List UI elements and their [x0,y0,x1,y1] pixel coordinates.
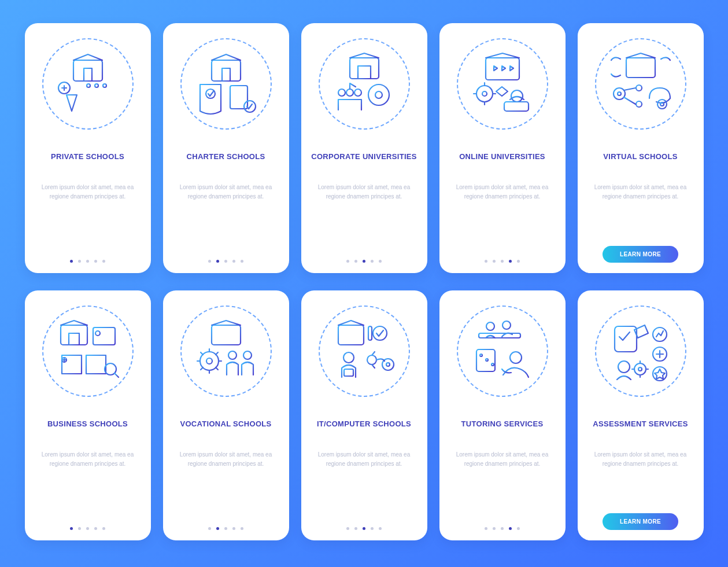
page-dot[interactable] [363,260,365,263]
card-row-1: PRIVATE SCHOOLSLorem ipsum dolor sit ame… [21,23,707,273]
onboarding-card: VOCATIONAL SCHOOLSLorem ipsum dolor sit … [163,290,289,540]
page-dot[interactable] [241,527,243,530]
svg-point-76 [510,352,522,363]
page-dot[interactable] [216,260,219,263]
page-indicator[interactable] [346,520,382,530]
svg-rect-0 [73,60,102,81]
page-dot[interactable] [354,260,357,263]
svg-point-6 [87,84,90,87]
page-dot[interactable] [94,260,97,263]
card-title: CORPORATE UNIVERSITIES [311,147,417,167]
page-indicator[interactable] [70,253,105,263]
onboarding-card: ASSESSMENT SERVICESLorem ipsum dolor sit… [578,290,704,540]
onboarding-card: BUSINESS SCHOOLSLorem ipsum dolor sit am… [25,290,151,540]
svg-rect-57 [368,326,372,340]
page-dot[interactable] [485,527,487,530]
business-icon [42,305,134,397]
page-dot[interactable] [379,260,382,263]
page-dot[interactable] [102,260,105,263]
svg-point-56 [373,326,387,340]
page-dot[interactable] [70,527,73,530]
svg-point-67 [486,322,494,330]
card-description: Lorem ipsum dolor sit amet, mea ea regio… [34,450,142,479]
svg-point-33 [618,92,621,95]
onboarding-card: VIRTUAL SCHOOLSLorem ipsum dolor sit ame… [578,23,704,273]
page-indicator[interactable] [485,520,520,530]
page-dot[interactable] [86,527,89,530]
page-dot[interactable] [354,527,357,530]
page-dot[interactable] [517,260,520,263]
svg-line-49 [114,373,119,377]
page-dot[interactable] [346,527,349,530]
page-dot[interactable] [493,260,496,263]
card-description: Lorem ipsum dolor sit amet, mea ea regio… [172,183,280,212]
svg-point-24 [346,89,353,96]
page-dot[interactable] [509,260,512,263]
page-dot[interactable] [501,260,504,263]
svg-point-39 [660,102,664,106]
svg-point-27 [476,86,493,102]
page-dot[interactable] [517,527,520,530]
card-description: Lorem ipsum dolor sit amet, mea ea regio… [311,183,418,212]
corporate-icon [319,38,410,130]
page-dot[interactable] [208,527,211,530]
svg-point-61 [367,355,376,365]
svg-rect-1 [84,68,92,81]
page-indicator[interactable] [485,253,520,263]
page-dot[interactable] [78,260,81,263]
card-title: VOCATIONAL SCHOOLS [180,414,271,434]
svg-rect-31 [626,58,655,78]
page-dot[interactable] [102,527,105,530]
card-description: Lorem ipsum dolor sit amet, mea ea regio… [172,450,280,479]
virtual-icon [595,38,686,130]
charter-icon [180,38,272,130]
card-title: TUTORING SERVICES [461,414,544,434]
page-dot[interactable] [241,260,243,263]
page-dot[interactable] [232,260,235,263]
svg-point-53 [228,351,236,359]
svg-rect-9 [212,60,241,81]
onboarding-card: ONLINE UNIVERSITIESLorem ipsum dolor sit… [439,23,566,273]
page-dot[interactable] [232,527,235,530]
page-dot[interactable] [501,527,504,530]
svg-point-23 [338,89,345,96]
page-indicator[interactable] [70,520,105,530]
page-dot[interactable] [224,527,227,530]
it-icon [319,305,410,397]
page-dot[interactable] [208,260,211,263]
page-dot[interactable] [346,260,349,263]
page-indicator[interactable] [208,520,243,530]
svg-rect-40 [61,325,87,345]
online-icon [457,38,548,130]
assessment-icon [595,305,686,397]
card-title: VIRTUAL SCHOOLS [603,147,678,167]
learn-more-button[interactable]: LEARN MORE [603,513,678,530]
page-dot[interactable] [94,527,97,530]
card-title: IT/COMPUTER SCHOOLS [317,414,411,434]
onboarding-card: CORPORATE UNIVERSITIESLorem ipsum dolor … [301,23,427,273]
page-dot[interactable] [363,527,365,530]
page-dot[interactable] [70,260,73,263]
page-dot[interactable] [493,527,496,530]
page-indicator[interactable] [208,253,243,263]
page-dot[interactable] [86,260,89,263]
page-dot[interactable] [485,260,487,263]
page-dot[interactable] [371,260,374,263]
vocational-icon [180,305,272,397]
page-dot[interactable] [379,527,382,530]
svg-point-83 [638,367,642,371]
page-dot[interactable] [371,527,374,530]
onboarding-card: CHARTER SCHOOLSLorem ipsum dolor sit ame… [163,23,289,273]
page-indicator[interactable] [346,253,382,263]
learn-more-button[interactable]: LEARN MORE [603,246,678,263]
svg-point-18 [375,91,382,98]
page-dot[interactable] [216,527,219,530]
svg-rect-50 [212,325,241,345]
svg-rect-77 [615,326,637,352]
card-description: Lorem ipsum dolor sit amet, mea ea regio… [587,183,694,212]
page-dot[interactable] [509,527,512,530]
page-dot[interactable] [224,260,227,263]
page-dot[interactable] [78,527,81,530]
card-title: ONLINE UNIVERSITIES [459,147,545,167]
svg-line-36 [624,88,635,90]
